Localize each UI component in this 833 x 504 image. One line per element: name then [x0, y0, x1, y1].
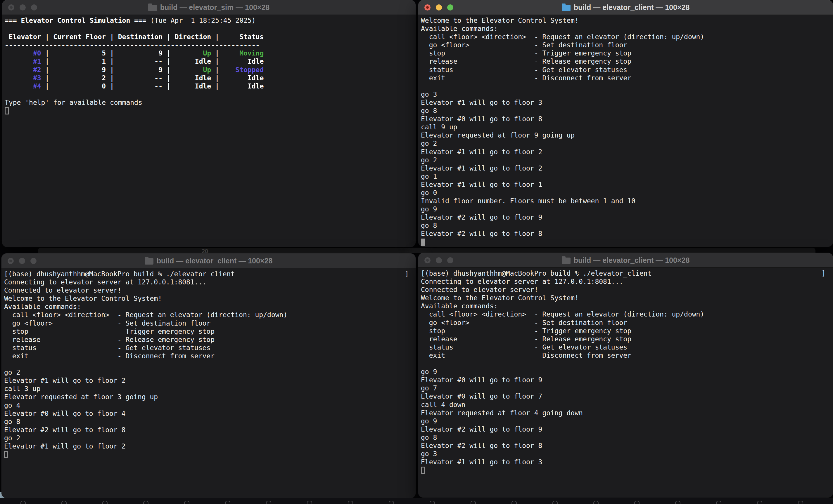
- minimize-button[interactable]: [436, 257, 442, 263]
- terminal-line: Connected to elevator server!: [4, 286, 415, 294]
- terminal-line: release - Release emergency stop: [421, 335, 833, 343]
- terminal-line: #1 | 1 | -- | Idle | Idle: [5, 57, 415, 66]
- traffic-lights: [7, 253, 37, 268]
- terminal-line: go 8: [421, 107, 833, 115]
- terminal-line: exit - Disconnect from server: [421, 74, 833, 82]
- terminal-line: [421, 359, 833, 368]
- dock-icon-hint: [675, 501, 681, 504]
- zoom-button[interactable]: [30, 258, 37, 264]
- dock-icon-hint: [798, 501, 803, 504]
- dock[interactable]: [0, 498, 833, 504]
- terminal-content[interactable]: [(base) dhushyanthhm@MacBookPro build % …: [418, 268, 833, 498]
- dock-icon-hint: [757, 501, 762, 504]
- terminal-line: go 8: [421, 433, 833, 442]
- title-group: build — elevator_client — 100×28: [562, 256, 690, 264]
- terminal-line: Elevator #1 will go to floor 2: [4, 376, 415, 384]
- dock-icon-hint: [716, 501, 721, 504]
- dock-icon-hint: [266, 501, 271, 504]
- terminal-line: go 0: [421, 188, 833, 197]
- zoom-button[interactable]: [447, 4, 453, 10]
- close-button[interactable]: [7, 258, 14, 264]
- terminal-cursor-line: [421, 238, 833, 246]
- dock-icon-hint: [102, 501, 108, 504]
- terminal-line: Elevator #1 will go to floor 3: [421, 98, 833, 107]
- terminal-line: release - Release emergency stop: [421, 57, 833, 66]
- zoom-button[interactable]: [31, 4, 37, 10]
- terminal-line: Connecting to elevator server at 127.0.0…: [4, 278, 415, 286]
- titlebar[interactable]: build — elevator_client — 100×28: [1, 253, 415, 268]
- minimize-button[interactable]: [436, 4, 442, 10]
- terminal-line: [5, 90, 415, 98]
- titlebar[interactable]: build — elevator_client — 100×28: [418, 0, 833, 15]
- zoom-button[interactable]: [447, 257, 453, 263]
- terminal-line: go 2: [4, 434, 415, 442]
- close-button[interactable]: [8, 4, 14, 10]
- terminal-line: Type 'help' for available commands: [5, 98, 415, 107]
- traffic-lights: [8, 0, 37, 15]
- terminal-line: #3 | 2 | -- | Idle | Idle: [5, 74, 415, 82]
- terminal-line: [421, 82, 833, 90]
- terminal-line: Welcome to the Elevator Control System!: [421, 16, 833, 25]
- terminal-line: go 9: [421, 368, 833, 376]
- minimize-button[interactable]: [19, 258, 25, 264]
- folder-icon: [148, 5, 157, 11]
- terminal-line: Available commands:: [4, 303, 415, 311]
- terminal-line: Elevator #2 will go to floor 8: [421, 229, 833, 238]
- terminal-line: stop - Trigger emergency stop: [421, 49, 833, 57]
- terminal-line: Elevator #2 will go to floor 9: [421, 425, 833, 433]
- terminal-line: call <floor> <direction> - Request an el…: [421, 310, 833, 318]
- terminal-content[interactable]: Welcome to the Elevator Control System!A…: [418, 15, 833, 247]
- terminal-content[interactable]: === Elevator Control Simulation === (Tue…: [2, 15, 415, 247]
- terminal-line: Welcome to the Elevator Control System!: [4, 294, 415, 303]
- dock-icon-hint: [225, 501, 230, 504]
- terminal-line: Elevator requested at floor 3 going up: [4, 393, 415, 401]
- folder-icon: [562, 257, 571, 264]
- terminal-cursor: [421, 238, 425, 246]
- terminal-line: go <floor> - Set destination floor: [421, 319, 833, 327]
- terminal-line: exit - Disconnect from server: [4, 352, 415, 360]
- dock-icon-hint: [62, 501, 67, 504]
- title-group: build — elevator_client — 100×28: [145, 257, 273, 265]
- terminal-line: #4 | 0 | -- | Idle | Idle: [5, 82, 415, 90]
- terminal-cursor: [5, 107, 9, 115]
- folder-icon: [562, 5, 571, 11]
- dock-icon-hint: [430, 501, 435, 504]
- terminal-line: Elevator #2 will go to floor 9: [421, 213, 833, 221]
- terminal-line: stop - Trigger emergency stop: [421, 327, 833, 335]
- terminal-line: Elevator #1 will go to floor 2: [421, 164, 833, 172]
- close-button[interactable]: [424, 257, 430, 263]
- window-title: build — elevator_client — 100×28: [574, 3, 690, 12]
- terminal-line: === Elevator Control Simulation === (Tue…: [5, 16, 415, 25]
- terminal-line: Elevator #0 will go to floor 4: [4, 409, 415, 418]
- terminal-line: Connected to elevator server!: [421, 285, 833, 294]
- terminal-line: Elevator #0 will go to floor 8: [421, 115, 833, 123]
- terminal-line: Elevator requested at floor 9 going up: [421, 131, 833, 139]
- background-window-sliver[interactable]: 20: [38, 248, 815, 253]
- terminal-line: Elevator #0 will go to floor 9: [421, 376, 833, 384]
- background-window-title-fragment: 20: [202, 248, 208, 253]
- terminal-line: Elevator #0 will go to floor 7: [421, 392, 833, 400]
- terminal-line: [(base) dhushyanthhm@MacBookPro build % …: [421, 269, 833, 277]
- terminal-line: exit - Disconnect from server: [421, 351, 833, 359]
- terminal-line: Connecting to elevator server at 127.0.0…: [421, 277, 833, 285]
- terminal-line: Elevator | Current Floor | Destination |…: [5, 33, 415, 41]
- terminal-line: call 9 up: [421, 123, 833, 131]
- minimize-button[interactable]: [20, 4, 26, 10]
- titlebar[interactable]: build — elevator_client — 100×28: [418, 253, 833, 268]
- terminal-line: #2 | 9 | 9 | Up | Stopped: [5, 66, 415, 74]
- terminal-cursor: [4, 451, 8, 458]
- terminal-line: go 7: [421, 384, 833, 392]
- dock-icon-hint: [552, 501, 558, 504]
- terminal-line: Elevator #1 will go to floor 3: [421, 458, 833, 466]
- terminal-line: go 8: [421, 221, 833, 229]
- titlebar[interactable]: build — elevator_sim — 100×28: [2, 0, 415, 15]
- close-button[interactable]: [424, 4, 430, 10]
- terminal-line: go 4: [4, 401, 415, 409]
- terminal-line: Elevator requested at floor 4 going down: [421, 409, 833, 417]
- terminal-content[interactable]: [(base) dhushyanthhm@MacBookPro build % …: [1, 268, 415, 498]
- dock-icon-hint: [184, 501, 189, 504]
- terminal-cursor: [421, 467, 425, 474]
- dock-icon-hint: [389, 501, 394, 504]
- terminal-line: stop - Trigger emergency stop: [4, 327, 415, 335]
- terminal-line: go 3: [421, 450, 833, 458]
